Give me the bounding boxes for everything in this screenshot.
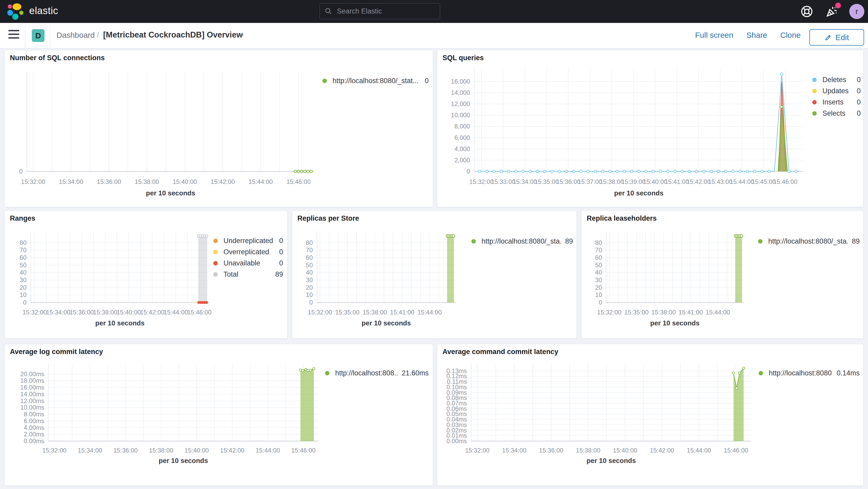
svg-text:8.00ms: 8.00ms	[24, 410, 44, 418]
panel-title: Number of SQL connections	[10, 54, 105, 62]
svg-text:70: 70	[306, 246, 313, 253]
legend-series-value: 0	[857, 87, 861, 95]
svg-text:15:33:00: 15:33:00	[491, 178, 515, 185]
svg-text:16,000: 16,000	[451, 78, 470, 85]
svg-text:20.00ms: 20.00ms	[20, 370, 44, 377]
svg-text:15:44:00: 15:44:00	[417, 309, 442, 316]
svg-text:20: 20	[20, 284, 27, 291]
svg-text:15:32:00: 15:32:00	[22, 309, 46, 316]
divider	[25, 23, 25, 48]
legend-item[interactable]: http://localhost:8080/_sta...89	[758, 236, 860, 247]
breadcrumb-dashboard[interactable]: Dashboard	[57, 31, 95, 40]
svg-text:80: 80	[595, 239, 602, 246]
svg-text:30: 30	[595, 276, 602, 283]
svg-text:15:40:00: 15:40:00	[643, 178, 667, 185]
panel-average-log-commit-latency: Average log commit latency 0.00ms2.00ms4…	[4, 344, 433, 486]
svg-text:15:32:00: 15:32:00	[465, 447, 489, 454]
svg-text:0.00ms: 0.00ms	[24, 437, 44, 445]
svg-text:10.00ms: 10.00ms	[20, 404, 44, 411]
chart-legend: http://localhost:8080/_stat...0	[322, 75, 429, 87]
svg-text:15:40:00: 15:40:00	[173, 178, 197, 185]
svg-text:60: 60	[595, 254, 602, 261]
full-screen-button[interactable]: Full screen	[695, 31, 733, 40]
svg-text:15:41:00: 15:41:00	[664, 178, 689, 185]
svg-text:60: 60	[306, 254, 313, 261]
legend-item[interactable]: http://localhost:8080...0.14ms	[758, 368, 860, 379]
brand-wordmark: elastic	[29, 5, 58, 17]
svg-text:16.00ms: 16.00ms	[20, 384, 44, 391]
svg-text:15:40:00: 15:40:00	[117, 309, 141, 316]
edit-button[interactable]: Edit	[809, 29, 864, 45]
legend-item[interactable]: Underreplicated0	[213, 235, 283, 246]
legend-series-value: 0	[279, 237, 283, 245]
svg-text:12.00ms: 12.00ms	[20, 397, 44, 404]
legend-item[interactable]: Inserts0	[812, 97, 861, 108]
menu-hamburger-icon[interactable]	[8, 30, 19, 41]
svg-text:15:38:00: 15:38:00	[599, 178, 624, 185]
svg-text:15:44:00: 15:44:00	[256, 447, 280, 454]
panel-average-command-commit-latency: Average command commit latency 0.00ms0.0…	[437, 344, 864, 486]
svg-text:4,000: 4,000	[455, 145, 470, 152]
chart-legend: http://localhost:8080/_sta...89	[471, 236, 573, 247]
svg-text:per 10 seconds: per 10 seconds	[587, 457, 636, 464]
svg-text:15:36:00: 15:36:00	[539, 447, 563, 454]
svg-text:15:32:00: 15:32:00	[469, 178, 494, 185]
search-icon	[324, 7, 332, 15]
toolbar: D Dashboard / [Metricbeat CockroachDB] O…	[0, 23, 868, 49]
svg-text:15:40:00: 15:40:00	[613, 447, 637, 454]
legend-series-dot-icon	[322, 79, 327, 83]
legend-series-value: 0	[279, 248, 283, 256]
legend-item[interactable]: http://localhost:8080/_stat...0	[322, 75, 429, 87]
svg-text:15:39:00: 15:39:00	[621, 178, 645, 185]
legend-item[interactable]: Updates0	[812, 86, 861, 97]
svg-text:15:44:00: 15:44:00	[687, 447, 711, 454]
chevron-down-icon[interactable]	[238, 32, 244, 39]
legend-series-value: 0	[279, 259, 283, 267]
chart-legend: http://localhost:8080...0.14ms	[758, 368, 860, 379]
chart-sql-queries[interactable]: 02,0004,0006,0008,00010,00012,00014,0001…	[437, 65, 863, 207]
svg-text:15:34:00: 15:34:00	[78, 447, 102, 454]
legend-item[interactable]: Overreplicated0	[213, 246, 283, 258]
global-search[interactable]	[319, 3, 440, 19]
legend-item[interactable]: Selects0	[812, 108, 861, 119]
svg-text:15:35:00: 15:35:00	[534, 178, 559, 185]
legend-series-label: Selects	[823, 110, 852, 118]
share-button[interactable]: Share	[746, 31, 767, 40]
svg-text:0: 0	[467, 168, 470, 175]
legend-series-label: Total	[223, 270, 271, 278]
legend-series-label: http://localhost:8080...	[769, 369, 832, 377]
svg-text:0: 0	[309, 299, 313, 306]
help-icon[interactable]	[800, 5, 813, 18]
panel-title: Ranges	[10, 214, 35, 222]
svg-text:10: 10	[20, 291, 27, 298]
svg-text:15:46:00: 15:46:00	[286, 178, 311, 185]
legend-series-dot-icon	[213, 272, 218, 277]
legend-series-dot-icon	[213, 250, 218, 254]
legend-series-dot-icon	[213, 261, 218, 266]
svg-text:15:32:00: 15:32:00	[308, 309, 332, 316]
legend-series-value: 89	[565, 237, 573, 245]
panel-replicas-per-store: Replicas per Store 0102030405060708015:3…	[292, 211, 577, 339]
svg-text:15:34:00: 15:34:00	[59, 178, 83, 185]
svg-text:10: 10	[306, 291, 313, 298]
legend-item[interactable]: http://localhost:8080/_sta...89	[471, 236, 573, 247]
chart-legend: http://localhost:8080/_sta...89	[758, 236, 860, 247]
legend-series-label: Deletes	[823, 76, 852, 84]
search-input[interactable]	[337, 7, 435, 16]
chart-legend: http://localhost:808...21.60ms	[325, 368, 429, 379]
elastic-logo-icon[interactable]	[7, 3, 24, 20]
legend-item[interactable]: Deletes0	[812, 74, 861, 86]
user-avatar[interactable]: r	[849, 4, 864, 19]
svg-text:15:32:00: 15:32:00	[597, 309, 621, 316]
svg-text:15:32:00: 15:32:00	[42, 447, 66, 454]
clone-button[interactable]: Clone	[780, 31, 801, 40]
legend-series-label: Inserts	[823, 98, 852, 106]
panel-title: Replica leaseholders	[587, 214, 657, 222]
svg-text:per 10 seconds: per 10 seconds	[95, 319, 145, 327]
legend-series-value: 0	[857, 76, 861, 84]
legend-item[interactable]: Unavailable0	[213, 258, 283, 269]
svg-text:15:46:00: 15:46:00	[724, 447, 748, 454]
legend-item[interactable]: Total89	[213, 269, 283, 280]
legend-item[interactable]: http://localhost:808...21.60ms	[325, 368, 429, 379]
svg-text:14,000: 14,000	[451, 89, 470, 96]
